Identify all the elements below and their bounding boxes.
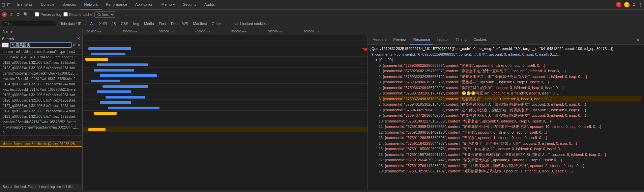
tab-memory[interactable]: Memory xyxy=(157,0,179,9)
settings-icon[interactable]: ⚙ xyxy=(632,2,636,7)
network-toolbar: ● ↺ ⚙ 🔍 Preserve log Disable cache Onlin… xyxy=(0,9,644,19)
tab-sources[interactable]: Sources xyxy=(58,0,80,9)
waterfall: ➜ xyxy=(83,35,368,190)
tab-cookies[interactable]: Cookies xyxy=(470,35,490,45)
toolbar-separator-2 xyxy=(118,12,118,17)
filter-doc-btn[interactable]: Doc xyxy=(170,21,179,26)
list-item[interactable]: 0129_q00356laxj1.321003.5.ts?index=129&s… xyxy=(0,114,82,119)
waterfall-bar xyxy=(103,85,148,88)
dock-icon[interactable]: ◱ xyxy=(1,2,5,7)
download-icon[interactable]: ↓ xyxy=(125,12,127,17)
case-sensitive-button[interactable]: Aa xyxy=(2,43,9,48)
tab-initiator[interactable]: Initiator xyxy=(433,35,452,45)
tab-elements[interactable]: Elements xyxy=(13,0,37,9)
waterfall-bar xyxy=(88,47,131,50)
tab-performance[interactable]: Performance xyxy=(102,0,131,9)
disable-cache-checkbox[interactable] xyxy=(63,12,68,17)
filter-all-btn[interactable]: All xyxy=(89,21,96,26)
has-blocked-cookies-btn[interactable]: Has blocked cookies xyxy=(231,21,268,26)
waterfall-row xyxy=(83,35,368,40)
list-item[interactable]: 0 xyxy=(0,136,82,141)
response-item-11: 11: {commentid: "675910895429586659", co… xyxy=(379,124,641,130)
filter-css-btn[interactable]: CSS xyxy=(119,21,130,26)
response-item-18: 18: {commentid: "675912769117983926", co… xyxy=(379,163,641,169)
response-item-16: 16: {commentid: "675911957369991712", co… xyxy=(379,152,641,158)
list-item[interactable]: 0125_q00356laxj1.321003.5.ts?index=125&s… xyxy=(0,92,82,98)
filter-img-btn[interactable]: Img xyxy=(132,21,141,26)
preserve-log-text: Preserve log xyxy=(40,12,61,17)
waterfall-bar xyxy=(91,80,120,82)
disable-cache-text: Disable cache xyxy=(69,12,92,17)
search-clear-icon[interactable]: ✕ xyxy=(77,43,80,47)
filter-input[interactable] xyxy=(2,21,56,26)
list-item[interactable]: 0128_q00356laxj1.321003.5.ts?index=128&s… xyxy=(0,109,82,114)
list-item[interactable]: 0123_q00356laxj1.321003.5.ts?index=123&s… xyxy=(0,65,82,71)
refresh-icon[interactable]: ↺ xyxy=(9,11,13,18)
filter-font-btn[interactable]: Font xyxy=(157,21,168,26)
response-item-17: 17: {commentid: "675912664079928442", co… xyxy=(379,157,641,163)
tab-response[interactable]: Response xyxy=(410,35,434,45)
waterfall-row xyxy=(83,116,368,121)
list-item[interactable]: myviewreport?otype=json&keyid=mzc00200hh… xyxy=(0,125,82,130)
list-item[interactable]: 0122_q00356laxj1.321003.5.ts?index=122&s… xyxy=(0,60,82,65)
list-item[interactable]: ...25154929784_1611577043265({"err_code"… xyxy=(0,55,82,60)
filter-ws-btn[interactable]: WS xyxy=(181,21,189,26)
search-result: Search finished. Found 1 matching line i… xyxy=(0,184,82,190)
list-item[interactable]: danmu - mfm.video.qq.com/danmu?otype=jso… xyxy=(0,49,82,55)
main-content: Search ✕ Aa ↺ ✕ danmu - mfm.video.qq.com… xyxy=(0,35,644,190)
list-item[interactable]: 0 xyxy=(0,130,82,136)
waterfall-row xyxy=(83,46,368,51)
waterfall-rows[interactable] xyxy=(83,35,368,183)
throttle-select[interactable]: Online xyxy=(94,11,115,18)
tab-headers[interactable]: Headers xyxy=(369,35,390,45)
tab-preview[interactable]: Preview xyxy=(390,35,410,45)
left-panel: Search ✕ Aa ↺ ✕ danmu - mfm.video.qq.com… xyxy=(0,35,83,190)
list-item[interactable]: 0127_q00356laxj1.321003.5.ts?index=127&s… xyxy=(0,103,82,109)
more-icon[interactable]: ⋮ xyxy=(639,2,643,7)
hide-data-urls-btn[interactable]: Hide data URLs xyxy=(58,21,87,26)
waterfall-row xyxy=(83,57,368,62)
waterfall-bar xyxy=(91,53,125,55)
response-item-13: 13: {commentid: "675911296356889595", co… xyxy=(379,135,641,141)
preserve-log-label[interactable]: Preserve log xyxy=(35,12,61,17)
tab-audits[interactable]: Audits xyxy=(200,0,219,9)
waterfall-row xyxy=(83,73,368,78)
filter-icon[interactable]: ⚙ xyxy=(16,11,21,18)
filter-manifest-btn[interactable]: Manifest xyxy=(192,21,208,26)
tab-application[interactable]: Application xyxy=(131,0,157,9)
filter-xhr-btn[interactable]: XHR xyxy=(98,21,108,26)
tab-timing[interactable]: Timing xyxy=(452,35,470,45)
record-button[interactable]: ● xyxy=(2,12,7,17)
waterfall-area: ➜ xyxy=(83,35,368,190)
list-item-highlighted[interactable]: danmu?otype=json&callback=jQuery19108312… xyxy=(0,141,82,147)
response-item-7: 7: {commentid: "675940105302616404", con… xyxy=(379,102,641,107)
list-item[interactable]: 0124_q00356laxj1.321003.5.ts?index=124&s… xyxy=(0,82,82,87)
detail-content[interactable]: jQuery19108312825154929784_1611577043265… xyxy=(368,45,644,190)
response-item-3: 3: {commentid: "675932880619518675", con… xyxy=(379,79,641,85)
waterfall-bar xyxy=(94,69,134,72)
detail-close-button[interactable]: ✕ xyxy=(633,36,643,44)
filter-js-btn[interactable]: JS xyxy=(110,21,117,26)
response-item-1: 1: {commentid: "675929682135476597", con… xyxy=(379,68,641,74)
list-item[interactable]: danmu?otype=json&callback=jQuery19108312… xyxy=(0,71,82,76)
select-icon[interactable]: ⊡ xyxy=(7,2,10,7)
preserve-log-checkbox[interactable] xyxy=(35,12,39,17)
response-item-9: 9: {commentid: "675943772636040250", con… xyxy=(379,113,641,118)
request-list: danmu - mfm.video.qq.com/danmu?otype=jso… xyxy=(0,49,82,184)
list-item[interactable]: 0126_q00356laxj1.321003.5.ts?index=126&s… xyxy=(0,98,82,103)
disable-cache-label[interactable]: Disable cache xyxy=(63,12,92,17)
search-icon[interactable]: 🔍 xyxy=(23,11,29,18)
tab-network[interactable]: Network xyxy=(80,0,102,9)
upload-icon[interactable]: ↑ xyxy=(121,12,123,17)
list-item[interactable]: kvcollect?BossId=3717&Pwd=1055758521&ver… xyxy=(0,119,82,125)
filter-media-btn[interactable]: Media xyxy=(143,21,155,26)
tab-console[interactable]: Console xyxy=(37,0,58,9)
filter-other-btn[interactable]: Other xyxy=(210,21,223,26)
waterfall-bar xyxy=(108,107,159,109)
list-item[interactable]: kvcollect?BossId=4298&Pwd=686148428&uin=… xyxy=(0,76,82,82)
search-refresh-icon[interactable]: ↺ xyxy=(73,43,76,47)
list-item[interactable]: kvcollect?BossId=3717&Pwd=1055758521&ver… xyxy=(0,87,82,92)
tab-security[interactable]: Security xyxy=(179,0,200,9)
search-close-icon[interactable]: ✕ xyxy=(77,36,80,41)
search-input[interactable] xyxy=(10,42,71,48)
